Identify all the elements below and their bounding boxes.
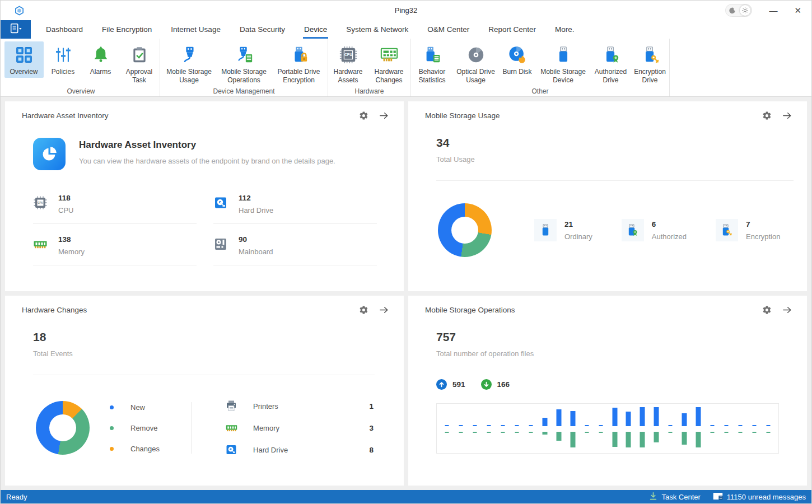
ribbon-item-mobile-storage-device[interactable]: Mobile Storage Device bbox=[537, 41, 590, 86]
legend-dot-remove bbox=[110, 426, 114, 430]
task-center-button[interactable]: Task Center bbox=[649, 492, 700, 502]
bar-slot bbox=[552, 404, 566, 453]
down-bar bbox=[459, 432, 463, 433]
ribbon-item-encryption-drive[interactable]: Encryption Drive bbox=[632, 41, 668, 86]
moon-icon[interactable] bbox=[727, 7, 738, 14]
app-menu-icon bbox=[9, 23, 22, 36]
up-bar bbox=[585, 425, 589, 426]
bar-slot bbox=[510, 404, 524, 453]
minimize-button[interactable]: — bbox=[769, 6, 777, 15]
tab-more[interactable]: More. bbox=[545, 20, 584, 39]
tab-om-center[interactable]: O&M Center bbox=[418, 20, 479, 39]
bar-slot bbox=[538, 404, 552, 453]
down-bar bbox=[473, 432, 477, 433]
card-title: Mobile Storage Usage bbox=[425, 111, 752, 120]
tab-dashboard[interactable]: Dashboard bbox=[36, 20, 92, 39]
down-bar bbox=[710, 432, 714, 433]
legend-dot-new bbox=[110, 405, 114, 409]
ribbon-item-portable-drive-encryption[interactable]: Portable Drive Encryption bbox=[273, 41, 325, 86]
ribbon-item-alarms[interactable]: Alarms bbox=[83, 41, 119, 78]
usb-stick-icon bbox=[554, 44, 573, 66]
dashboard-content: Hardware Asset Inventory Hardware Asset … bbox=[1, 97, 811, 490]
divider bbox=[436, 180, 794, 181]
settings-gear-icon[interactable] bbox=[762, 305, 772, 315]
open-details-arrow-icon[interactable] bbox=[782, 110, 792, 121]
settings-gear-icon[interactable] bbox=[359, 305, 368, 315]
ribbon-item-burn-disk[interactable]: Burn Disk bbox=[500, 41, 535, 78]
ribbon-item-authorized-drive[interactable]: Authorized Drive bbox=[592, 41, 630, 86]
tab-internet-usage[interactable]: Internet Usage bbox=[161, 20, 230, 39]
tab-report-center[interactable]: Report Center bbox=[479, 20, 545, 39]
usb-plug-icon bbox=[180, 44, 199, 66]
legend-label: Authorized bbox=[652, 232, 687, 241]
bar-slot bbox=[664, 404, 678, 453]
ribbon-item-behavior-statistics[interactable]: Behavior Statistics bbox=[413, 41, 452, 86]
bar-slot bbox=[454, 404, 468, 453]
up-bar bbox=[724, 425, 728, 426]
up-bar bbox=[570, 411, 575, 426]
burn-disc-flame-icon bbox=[508, 44, 527, 66]
hero-section: Hardware Asset Inventory You can view th… bbox=[33, 138, 404, 170]
approval-task-clipboard-icon bbox=[130, 44, 148, 66]
upload-download-summary: 591 166 bbox=[436, 379, 807, 390]
ribbon-item-hardware-assets[interactable]: CPU Hardware Assets bbox=[330, 41, 367, 86]
device-value: 8 bbox=[369, 446, 374, 454]
ribbon-group-overview: Overview Policies Alarms bbox=[2, 39, 160, 96]
settings-gear-icon[interactable] bbox=[762, 111, 772, 120]
tab-system-network[interactable]: System & Network bbox=[337, 20, 418, 39]
usage-legend: 21 Ordinary 6 Authorized bbox=[534, 219, 780, 241]
ribbon-item-optical-drive-usage[interactable]: Optical Drive Usage bbox=[454, 41, 498, 86]
app-menu-button[interactable] bbox=[1, 20, 31, 39]
down-bar bbox=[529, 432, 533, 433]
down-bar bbox=[556, 432, 561, 441]
ribbon-item-hardware-changes[interactable]: Hardware Changes bbox=[369, 41, 409, 86]
ribbon-item-mobile-storage-usage[interactable]: Mobile Storage Usage bbox=[163, 41, 216, 86]
down-bar bbox=[669, 432, 673, 433]
stat-label: Memory bbox=[58, 248, 85, 256]
overview-icon bbox=[15, 44, 34, 66]
down-bar bbox=[696, 432, 701, 447]
open-details-arrow-icon[interactable] bbox=[379, 305, 389, 315]
ribbon-item-approval-task[interactable]: Approval Task bbox=[121, 41, 158, 86]
sun-icon[interactable] bbox=[740, 5, 750, 16]
bar-slot bbox=[440, 404, 454, 453]
down-bar bbox=[738, 432, 742, 433]
ribbon-group-hardware: CPU Hardware Assets Hardware Changes Har… bbox=[328, 39, 411, 96]
open-details-arrow-icon[interactable] bbox=[379, 110, 389, 121]
up-bar bbox=[738, 425, 742, 426]
legend-label: Remove bbox=[130, 424, 157, 432]
card-mobile-storage-operations: Mobile Storage Operations 757 Total numb… bbox=[408, 296, 807, 486]
open-details-arrow-icon[interactable] bbox=[782, 305, 792, 315]
bar-slot bbox=[733, 404, 747, 453]
legend-dot-changes bbox=[110, 447, 114, 451]
tab-file-encryption[interactable]: File Encryption bbox=[92, 20, 161, 39]
down-bar bbox=[445, 432, 449, 433]
close-button[interactable]: ✕ bbox=[794, 6, 801, 15]
settings-gear-icon[interactable] bbox=[359, 111, 368, 120]
bar-slot bbox=[650, 404, 664, 453]
ribbon-group-device-management: Mobile Storage Usage Mobile Storage Oper… bbox=[160, 39, 328, 96]
stat-hard-drive: 112 Hard Drive bbox=[213, 194, 377, 224]
legend-item-new: New bbox=[110, 403, 160, 412]
tab-data-security[interactable]: Data Security bbox=[230, 20, 295, 39]
ribbon-item-mobile-storage-operations[interactable]: Mobile Storage Operations bbox=[218, 41, 270, 86]
up-bar bbox=[487, 425, 491, 426]
down-bar bbox=[501, 432, 505, 433]
hardware-changes-donut-chart bbox=[36, 401, 90, 455]
stat-memory: 138 Memory bbox=[33, 235, 197, 265]
tab-device[interactable]: Device bbox=[295, 20, 337, 39]
down-bar bbox=[515, 432, 519, 433]
vertical-divider bbox=[191, 402, 192, 454]
ribbon-item-policies[interactable]: Policies bbox=[46, 41, 81, 78]
card-title: Hardware Changes bbox=[22, 306, 349, 314]
asset-stats-grid: CPU 118 CPU 112 Hard Drive bbox=[33, 194, 377, 265]
ribbon-item-overview[interactable]: Overview bbox=[4, 41, 44, 78]
changed-devices-list: Printers 1 Memory 3 Hard D bbox=[225, 400, 374, 456]
device-label: Printers bbox=[253, 402, 278, 410]
bar-slot bbox=[594, 404, 608, 453]
unread-messages-button[interactable]: 11150 unread messages bbox=[713, 492, 806, 502]
theme-toggle[interactable] bbox=[725, 4, 752, 17]
legend-item-ordinary: 21 Ordinary bbox=[534, 219, 592, 241]
card-title: Hardware Asset Inventory bbox=[22, 111, 349, 120]
statusbar-right: Task Center 11150 unread messages bbox=[637, 492, 806, 502]
